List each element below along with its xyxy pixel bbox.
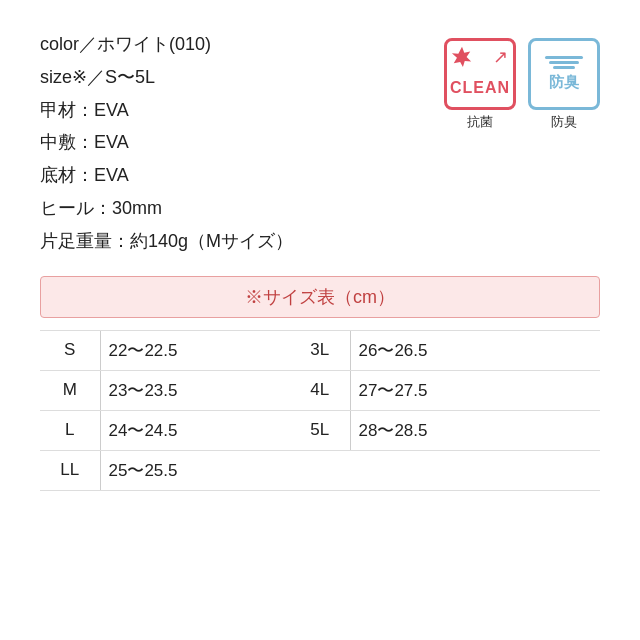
arrow-icon: ↗ — [493, 46, 508, 68]
sole-material: 底材：EVA — [40, 161, 293, 190]
clean-badge-item: ↗ CLEAN 抗菌 — [444, 38, 516, 131]
info-section: color／ホワイト(010) size※／S〜5L 甲材：EVA 中敷：EVA… — [40, 30, 600, 256]
wave-line-2 — [549, 61, 579, 64]
boshuu-text: 防臭 — [549, 73, 579, 92]
size-l: L — [40, 410, 100, 450]
boshuu-label: 防臭 — [551, 113, 577, 131]
badges-row: ↗ CLEAN 抗菌 防臭 防臭 — [444, 38, 600, 131]
badge-section: ↗ CLEAN 抗菌 防臭 防臭 — [444, 38, 600, 131]
insole-material: 中敷：EVA — [40, 128, 293, 157]
color-label: color／ホワイト(010) — [40, 30, 293, 59]
range-3l: 26〜26.5 — [350, 330, 600, 370]
size-5l: 5L — [290, 410, 350, 450]
wave-lines — [545, 56, 583, 69]
upper-material: 甲材：EVA — [40, 96, 293, 125]
range-s: 22〜22.5 — [100, 330, 260, 370]
table-row: L 24〜24.5 5L 28〜28.5 — [40, 410, 600, 450]
size-label: size※／S〜5L — [40, 63, 293, 92]
heel: ヒール：30mm — [40, 194, 293, 223]
svg-marker-0 — [452, 47, 471, 67]
wave-line-3 — [553, 66, 575, 69]
size-ll: LL — [40, 450, 100, 490]
clean-badge: ↗ CLEAN — [444, 38, 516, 110]
page-container: color／ホワイト(010) size※／S〜5L 甲材：EVA 中敷：EVA… — [0, 0, 640, 640]
clean-text: CLEAN — [450, 79, 510, 97]
info-text: color／ホワイト(010) size※／S〜5L 甲材：EVA 中敷：EVA… — [40, 30, 293, 256]
range-4l: 27〜27.5 — [350, 370, 600, 410]
wave-line-1 — [545, 56, 583, 59]
boshuu-badge-item: 防臭 防臭 — [528, 38, 600, 131]
size-table: S 22〜22.5 3L 26〜26.5 M 23〜23.5 4L 27〜27.… — [40, 330, 600, 491]
table-row: S 22〜22.5 3L 26〜26.5 — [40, 330, 600, 370]
table-row: M 23〜23.5 4L 27〜27.5 — [40, 370, 600, 410]
weight: 片足重量：約140g（Mサイズ） — [40, 227, 293, 256]
range-ll: 25〜25.5 — [100, 450, 260, 490]
size-table-section: ※サイズ表（cm） S 22〜22.5 3L 26〜26.5 M 23〜23.5… — [40, 276, 600, 491]
size-m: M — [40, 370, 100, 410]
size-4l: 4L — [290, 370, 350, 410]
boshuu-badge: 防臭 — [528, 38, 600, 110]
size-3l: 3L — [290, 330, 350, 370]
range-l: 24〜24.5 — [100, 410, 260, 450]
size-table-header: ※サイズ表（cm） — [40, 276, 600, 318]
starburst-icon — [451, 45, 473, 67]
range-m: 23〜23.5 — [100, 370, 260, 410]
size-s: S — [40, 330, 100, 370]
table-row: LL 25〜25.5 — [40, 450, 600, 490]
clean-label: 抗菌 — [467, 113, 493, 131]
range-5l: 28〜28.5 — [350, 410, 600, 450]
